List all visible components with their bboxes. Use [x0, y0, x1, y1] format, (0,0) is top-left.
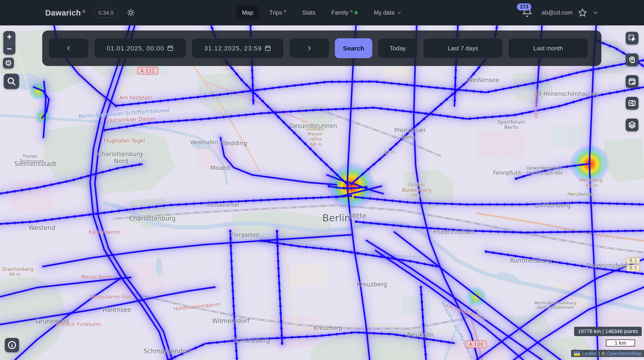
chevron-right-icon	[306, 45, 312, 52]
chevron-left-icon	[66, 45, 72, 52]
search-icon	[6, 76, 16, 86]
tab-stats[interactable]: Stats	[296, 6, 321, 20]
area-select-icon	[628, 34, 636, 42]
ukraine-flag-icon	[574, 351, 580, 356]
last-7-days-button[interactable]: Last 7 days	[423, 38, 503, 58]
tab-map[interactable]: Map	[236, 6, 259, 20]
map-pin-check-icon	[628, 56, 636, 64]
map-search-button[interactable]	[4, 74, 19, 89]
track-stats-badge: 19776 km | 146346 points	[574, 327, 642, 336]
tab-trips[interactable]: Tripsα	[264, 6, 292, 20]
area-select-button[interactable]	[626, 32, 638, 44]
star-icon	[578, 8, 587, 18]
tab-family[interactable]: Familyα	[326, 6, 364, 20]
sidebar-toggle-icon	[628, 99, 636, 107]
map-canvas[interactable]	[0, 26, 644, 360]
end-date-input[interactable]: 31.12.2025, 23:59	[192, 38, 284, 58]
user-menu-button[interactable]	[592, 10, 599, 16]
favorite-button[interactable]	[578, 8, 587, 18]
app-brand[interactable]: Dawarichα	[45, 8, 85, 18]
date-range-toolbar: 01.01.2025, 00:00 31.12.2025, 23:59 Sear…	[42, 30, 602, 66]
calendar-icon	[264, 45, 271, 52]
map-scale-control: 1 km	[606, 340, 635, 346]
calendar-check-icon	[628, 78, 636, 86]
version-badge: 0.34.0	[94, 8, 118, 18]
map-settings-button[interactable]	[3, 58, 14, 68]
calendar-icon	[167, 45, 174, 52]
dawarich-app: { "app": {"brand": "Dawarich", "brand_su…	[0, 0, 644, 360]
gear-icon	[5, 60, 12, 66]
calendar-panel-button[interactable]	[626, 75, 638, 88]
leaflet-link[interactable]: Leaflet	[582, 351, 596, 356]
next-range-button[interactable]	[289, 38, 329, 58]
layers-button[interactable]	[626, 118, 638, 131]
minus-icon: −	[7, 44, 12, 54]
osm-link[interactable]: OpenStreetMap	[607, 351, 642, 356]
navbar-left: Dawarichα 0.34.0	[45, 8, 135, 18]
prev-range-button[interactable]	[48, 38, 88, 58]
theme-toggle-button[interactable]	[126, 8, 135, 17]
user-email: ab@cd.com	[542, 9, 572, 16]
plus-icon: +	[7, 32, 12, 42]
zoom-control: + −	[3, 31, 15, 54]
family-online-dot	[354, 11, 358, 14]
map-attribution: Leaflet | © OpenStreetMap	[571, 350, 644, 357]
navbar-right: 273 ab@cd.com	[522, 6, 599, 20]
today-button[interactable]: Today	[378, 38, 418, 58]
tab-my-data[interactable]: My data	[368, 6, 408, 20]
search-button[interactable]: Search	[335, 38, 372, 58]
map-viewport[interactable]: LSG FlughafenseeAm FestplatzBerlin-Spand…	[0, 26, 644, 360]
info-icon	[7, 340, 17, 350]
alpha-superscript: α	[82, 8, 86, 14]
info-button[interactable]	[5, 338, 19, 352]
sidebar-toggle-button[interactable]	[626, 97, 638, 110]
start-date-input[interactable]: 01.01.2025, 00:00	[94, 38, 186, 58]
zoom-in-button[interactable]: +	[3, 31, 15, 42]
visited-places-button[interactable]	[626, 54, 638, 66]
notifications-count-badge: 273	[517, 3, 531, 10]
last-month-button[interactable]: Last month	[508, 38, 588, 58]
chevron-down-icon	[396, 10, 402, 16]
top-navbar: Dawarichα 0.34.0 Map Tripsα Stats Family…	[0, 0, 644, 26]
main-tabs: Map Tripsα Stats Familyα My data	[236, 0, 408, 26]
sun-icon	[126, 8, 135, 17]
chevron-down-icon	[592, 10, 599, 16]
layers-icon	[628, 121, 636, 129]
notifications-button[interactable]: 273	[522, 6, 534, 20]
zoom-out-button[interactable]: −	[3, 43, 15, 54]
